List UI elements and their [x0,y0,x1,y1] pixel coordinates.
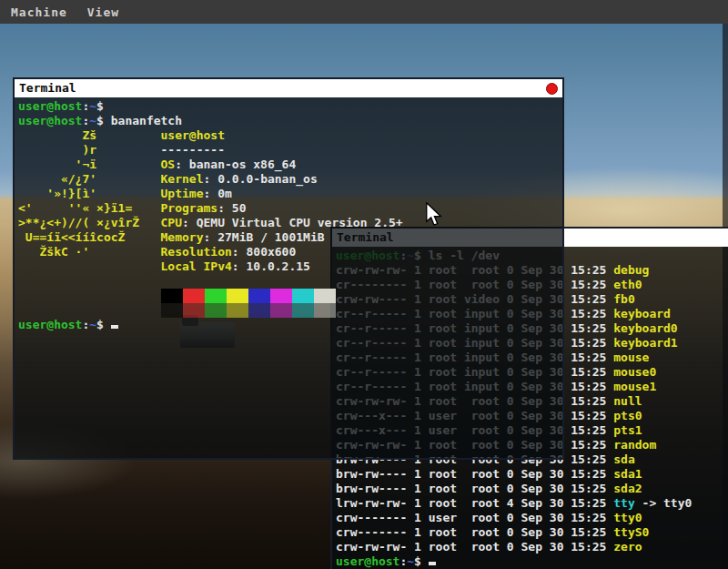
palette-swatch [270,303,292,318]
dev-list-row: crw------- 1 user root 0 Sep 30 15:25 tt… [336,511,728,525]
titlebar[interactable]: Terminal [15,79,562,97]
palette-swatch [270,289,292,303]
terminal-window-bananfetch: Terminal user@host:~$ user@host:~$bananf… [13,77,564,460]
palette-row [18,289,562,303]
window-title: Terminal [19,79,76,97]
palette-swatch [292,289,314,303]
fetch-info-line: Local IPv4: 10.0.2.15 [18,259,562,274]
fetch-info-line: '¬ï OS: banan-os x86_64 [18,157,562,172]
blank-line [18,274,562,289]
palette-swatch [248,289,270,303]
mouse-pointer-icon [426,202,442,230]
palette-swatch [183,303,205,318]
terminal-output-area[interactable]: user@host:~$ user@host:~$bananfetch Zš u… [15,97,562,458]
palette-swatch [183,289,205,303]
palette-swatch [227,289,248,303]
fetch-info-line: >**¿<+)//( ×¿vîrŽ CPU: QEMU Virtual CPU … [18,216,562,230]
palette-swatch [292,303,314,318]
palette-swatch [205,303,227,318]
dev-list-row: brw-rw---- 1 root root 0 Sep 30 15:25 sd… [336,482,728,496]
fetch-header-line: Zš user@host [18,128,562,143]
command-text: bananfetch [104,114,182,127]
palette-swatch [314,289,336,303]
close-button-icon[interactable] [546,83,558,95]
bananfetch-output: Zš user@host )r --------- '¬ï OS: banan-… [18,128,562,274]
palette-swatch [161,289,183,303]
fetch-info-line: U==íï<<ííîcocŽ Memory: 27MiB / 1001MiB [18,230,562,245]
palette-swatch [161,303,183,318]
dev-list-row: crw------- 1 root root 0 Sep 30 15:25 tt… [336,525,728,540]
dev-list-row: crw-rw-rw- 1 root root 0 Sep 30 15:25 ze… [336,540,728,554]
palette-swatch [314,303,336,318]
palette-row [18,303,562,318]
menu-item-machine[interactable]: Machine [11,5,67,19]
menu-item-view[interactable]: View [87,5,119,19]
palette-swatch [227,303,248,318]
fetch-info-line: <' ''« ×}ï1= Programs: 50 [18,201,562,216]
dev-list-row: lrw-rw-rw- 1 root root 4 Sep 30 15:25 tt… [336,496,728,511]
terminal-color-palette [18,289,562,318]
fetch-info-line: «/¿7' Kernel: 0.0.0-banan_os [18,172,562,187]
vm-menu-bar: Machine View [0,0,728,24]
text-cursor [111,325,118,329]
dev-list-row: brw-rw---- 1 root root 0 Sep 30 15:25 sd… [336,467,728,482]
palette-swatch [205,289,227,303]
shell-prompt-line: user@host:~$ [18,318,562,332]
fetch-underline-line: )r --------- [18,143,562,157]
shell-prompt-line: user@host:~$ [18,99,562,114]
shell-prompt-line: user@host:~$bananfetch [18,114,562,128]
fetch-info-line: ŽškC ·' Resolution: 800x600 [18,245,562,259]
text-cursor [429,562,436,565]
palette-swatch [248,303,270,318]
fetch-info-line: '»!}[ì' Uptime: 0m [18,187,562,201]
shell-prompt-line: user@host:~$ [336,554,728,569]
